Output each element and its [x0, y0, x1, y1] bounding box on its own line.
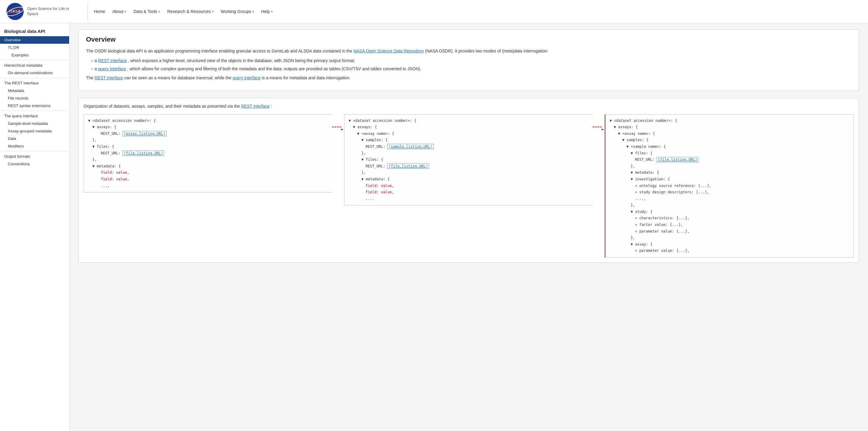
sidebar-section-output: Output formats Conventions — [0, 151, 69, 168]
diagram-title: Organization of datasets, assays, sample… — [84, 103, 854, 109]
help-chevron: ▾ — [271, 10, 273, 13]
code-line: ▼ metadata: { — [362, 176, 588, 183]
sidebar-item-rest-syntax[interactable]: REST syntax extensions — [0, 102, 69, 109]
overview-footer: The REST interface can be seen as a mean… — [86, 74, 851, 81]
sample-listing-url[interactable]: (sample.listing.URL) — [388, 144, 434, 149]
diagram-panel-1: ▼ <dataset accession number>: { ▼ assays… — [84, 114, 332, 193]
code-line: REST_URL: (assay.listing.URL) — [101, 131, 328, 137]
code-line: REST_URL: (file.listing.URL) — [635, 157, 849, 163]
sidebar-item-sample-metadata[interactable]: Sample-level metadata — [0, 120, 69, 127]
code-line: » study design descriptors: [...], — [635, 189, 849, 196]
data-tools-chevron: ▾ — [158, 10, 160, 13]
code-line: ▼ assays: { — [614, 124, 849, 131]
diagram-panel-2: ▼ <dataset accession number>: { ▼ assays… — [344, 114, 593, 206]
code-line: ▼ files: { — [631, 150, 849, 157]
nasa-logo: NASA — [6, 2, 24, 21]
sidebar-section-query: The query interface Sample-level metadat… — [0, 111, 69, 150]
sidebar-item-file-records[interactable]: File records — [0, 94, 69, 102]
sidebar-item-metadata[interactable]: Metadata — [0, 87, 69, 94]
assay-listing-url-1[interactable]: (assay.listing.URL) — [123, 131, 166, 136]
code-line: }, — [92, 157, 328, 163]
code-line: ▼ <assay name>: { — [618, 131, 849, 137]
overview-intro-text: The OSDR biological data API is an appli… — [86, 48, 353, 54]
sidebar-item-conventions[interactable]: Conventions — [0, 160, 69, 168]
diagram-panel-3: ▼ <dataset accession number>: { ▼ assays… — [605, 114, 854, 258]
overview-intro2: (NASA OSDR). It provides two modes of (m… — [425, 48, 548, 54]
code-line: REST_URL: (file.listing.URL) — [101, 150, 328, 157]
logo-area: NASA Open Science for Life in Space — [6, 2, 75, 21]
sidebar-item-tldr[interactable]: TL;DR — [0, 44, 69, 51]
code-line: ▼ investigation: { — [631, 176, 849, 183]
code-line: }, — [362, 150, 588, 157]
sidebar-item-hierarchical[interactable]: Hierarchical metadata — [0, 62, 69, 69]
nav-home[interactable]: Home — [94, 9, 105, 14]
code-line: ▼ metadata: { — [92, 163, 328, 170]
sidebar-item-data[interactable]: Data — [0, 135, 69, 142]
nav-research[interactable]: Research & Resources ▾ — [167, 9, 213, 14]
header: NASA Open Science for Life in Space Home… — [0, 0, 868, 23]
rest-interface-link1[interactable]: REST interface — [98, 58, 127, 63]
code-line: REST_URL: (file.listing.URL) — [366, 163, 588, 170]
query-interface-link1[interactable]: query interface — [98, 66, 126, 71]
code-line: ▼ <assay name>: { — [357, 131, 588, 137]
code-line: }, — [631, 235, 849, 241]
rest-interface-link3[interactable]: REST interface — [241, 104, 270, 108]
code-line: }, — [362, 169, 588, 176]
main-layout: Biological data API Overview TL;DR Examp… — [0, 23, 868, 431]
code-line: ▼ <dataset accession number>: { — [349, 118, 588, 124]
code-line: ▼ study: { — [631, 209, 849, 216]
overview-title: Overview — [86, 36, 851, 43]
nav-data-tools[interactable]: Data & Tools ▾ — [133, 9, 160, 14]
code-line: field: value, — [366, 189, 588, 196]
sidebar-item-assay-metadata[interactable]: Assay-grouped metadata — [0, 127, 69, 135]
sidebar-section-hierarchical: Hierarchical metadata On-demand combinat… — [0, 60, 69, 77]
diagram-section: Organization of datasets, assays, sample… — [79, 98, 859, 263]
code-line: ▼ samples: { — [362, 137, 588, 143]
nav-help[interactable]: Help ▾ — [261, 9, 273, 14]
code-line: » factor value: {...}, — [635, 222, 849, 228]
code-line: }, — [631, 163, 849, 170]
sidebar-item-rest[interactable]: The REST interface — [0, 79, 69, 87]
nav-working-groups[interactable]: Working Groups ▾ — [221, 9, 254, 14]
code-line: ▼ <dataset accession number>: { — [610, 118, 849, 124]
query-interface-link2[interactable]: query interface — [232, 75, 260, 80]
code-line: » parameter value: {...}, — [635, 247, 849, 254]
code-line: ...., — [635, 196, 849, 202]
sidebar-title: Biological data API — [0, 26, 69, 36]
file-listing-url-2[interactable]: (file.listing.URL) — [388, 163, 429, 169]
overview-box: Overview The OSDR biological data API is… — [79, 29, 859, 91]
code-line: }, — [631, 202, 849, 209]
list-item-rest: a REST interface , which exposes a highe… — [91, 57, 851, 64]
rest-interface-link2[interactable]: REST interface — [94, 75, 123, 80]
sidebar-item-output-formats[interactable]: Output formats — [0, 153, 69, 160]
code-line: ▼ assays: { — [92, 124, 328, 131]
code-line: ▼ assays: { — [353, 124, 588, 131]
file-listing-url-3[interactable]: (file.listing.URL) — [657, 157, 698, 162]
code-line: » characteristics: {...}, — [635, 215, 849, 222]
code-line: ▼ <dataset accession number>: { — [88, 118, 328, 124]
code-line: ▼ files: { — [92, 143, 328, 150]
code-line: REST_URL: (sample.listing.URL) — [366, 143, 588, 150]
working-groups-chevron: ▾ — [252, 10, 254, 13]
sidebar-item-overview[interactable]: Overview — [0, 36, 69, 44]
main-content: Overview The OSDR biological data API is… — [69, 23, 868, 431]
code-line: ..., — [101, 183, 328, 190]
overview-intro: The OSDR biological data API is an appli… — [86, 48, 851, 54]
sidebar-item-modifiers[interactable]: Modifiers — [0, 142, 69, 150]
sidebar-item-examples[interactable]: Examples — [0, 51, 69, 59]
header-divider — [88, 2, 88, 21]
nav-about[interactable]: About ▾ — [112, 9, 126, 14]
diagram-panels: ▼ <dataset accession number>: { ▼ assays… — [84, 114, 854, 258]
code-line: ▼ assay: { — [631, 241, 849, 248]
research-chevron: ▾ — [212, 10, 213, 13]
file-listing-url-1[interactable]: (file.listing.URL) — [123, 151, 164, 156]
code-line: ▼ metadata: { — [631, 169, 849, 176]
osdr-link[interactable]: NASA Open Science Data Repository — [353, 48, 424, 54]
main-nav: Home About ▾ Data & Tools ▾ Research & R… — [94, 9, 273, 14]
sidebar-item-query[interactable]: The query interface — [0, 112, 69, 120]
overview-list: a REST interface , which exposes a highe… — [91, 57, 851, 72]
list-item-query: a query interface , which allows for com… — [91, 65, 851, 72]
code-line: ▼ samples: { — [622, 137, 849, 143]
sidebar-item-ondemand[interactable]: On-demand combinations — [0, 69, 69, 77]
code-line: ▼ <sample name>: { — [626, 143, 849, 150]
